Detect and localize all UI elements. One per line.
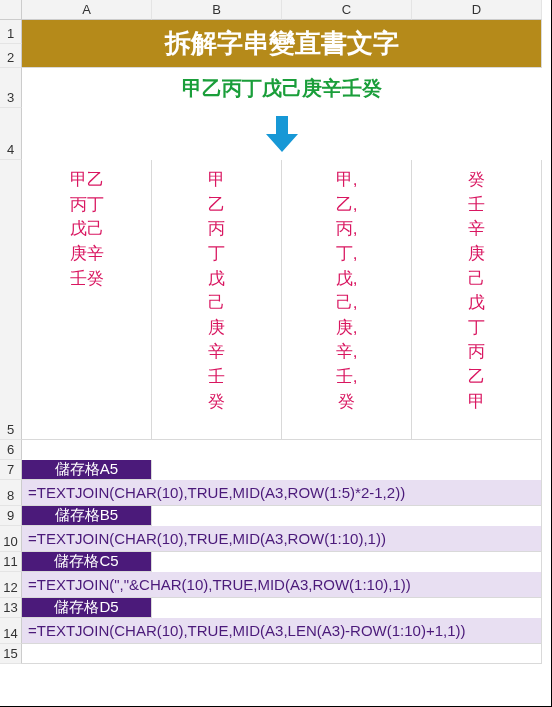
cell-C13[interactable] <box>282 598 412 618</box>
row-header-3[interactable]: 3 <box>0 68 22 108</box>
cell-B11[interactable] <box>152 552 282 572</box>
arrow-down-icon <box>262 114 302 154</box>
row-header-13[interactable]: 13 <box>0 598 22 618</box>
cell-D15[interactable] <box>412 644 542 664</box>
row-header-9[interactable]: 9 <box>0 506 22 526</box>
row-header-10[interactable]: 10 <box>0 526 22 552</box>
title-banner: 拆解字串變直書文字 <box>22 20 542 68</box>
cell-D9[interactable] <box>412 506 542 526</box>
cell-B7[interactable] <box>152 460 282 480</box>
cell-B6[interactable] <box>152 440 282 460</box>
cell-C5[interactable]: 甲, 乙, 丙, 丁, 戊, 己, 庚, 辛, 壬, 癸 <box>282 160 412 440</box>
row-header-7[interactable]: 7 <box>0 460 22 480</box>
label-D5[interactable]: 儲存格D5 <box>22 598 152 618</box>
cell-A15[interactable] <box>22 644 152 664</box>
row-header-12[interactable]: 12 <box>0 572 22 598</box>
cell-B13[interactable] <box>152 598 282 618</box>
col-header-B[interactable]: B <box>152 0 282 20</box>
formula-A5[interactable]: =TEXTJOIN(CHAR(10),TRUE,MID(A3,ROW(1:5)*… <box>22 480 542 506</box>
row-header-6[interactable]: 6 <box>0 440 22 460</box>
arrow-down-cell <box>22 108 542 160</box>
row-header-15[interactable]: 15 <box>0 644 22 664</box>
formula-D5[interactable]: =TEXTJOIN(CHAR(10),TRUE,MID(A3,LEN(A3)-R… <box>22 618 542 644</box>
cell-A5[interactable]: 甲乙 丙丁 戊己 庚辛 壬癸 <box>22 160 152 440</box>
cell-C7[interactable] <box>282 460 412 480</box>
label-B5[interactable]: 儲存格B5 <box>22 506 152 526</box>
label-C5[interactable]: 儲存格C5 <box>22 552 152 572</box>
cell-D5[interactable]: 癸 壬 辛 庚 己 戊 丁 丙 乙 甲 <box>412 160 542 440</box>
col-header-C[interactable]: C <box>282 0 412 20</box>
cell-C15[interactable] <box>282 644 412 664</box>
cell-C9[interactable] <box>282 506 412 526</box>
cell-B9[interactable] <box>152 506 282 526</box>
formula-C5[interactable]: =TEXTJOIN(","&CHAR(10),TRUE,MID(A3,ROW(1… <box>22 572 542 598</box>
col-header-D[interactable]: D <box>412 0 542 20</box>
row-header-11[interactable]: 11 <box>0 552 22 572</box>
cell-D6[interactable] <box>412 440 542 460</box>
cell-B5[interactable]: 甲 乙 丙 丁 戊 己 庚 辛 壬 癸 <box>152 160 282 440</box>
cell-C6[interactable] <box>282 440 412 460</box>
spreadsheet: A B C D 1 拆解字串變直書文字 2 3 甲乙丙丁戊己庚辛壬癸 4 5 甲… <box>0 0 552 707</box>
cell-D11[interactable] <box>412 552 542 572</box>
row-header-1[interactable]: 1 <box>0 20 22 44</box>
formula-B5[interactable]: =TEXTJOIN(CHAR(10),TRUE,MID(A3,ROW(1:10)… <box>22 526 542 552</box>
row-header-2[interactable]: 2 <box>0 44 22 68</box>
cell-D7[interactable] <box>412 460 542 480</box>
cell-A6[interactable] <box>22 440 152 460</box>
cell-B15[interactable] <box>152 644 282 664</box>
source-string-cell[interactable]: 甲乙丙丁戊己庚辛壬癸 <box>22 68 542 108</box>
row-header-4[interactable]: 4 <box>0 108 22 160</box>
row-header-8[interactable]: 8 <box>0 480 22 506</box>
cell-D13[interactable] <box>412 598 542 618</box>
row-header-14[interactable]: 14 <box>0 618 22 644</box>
row-header-5[interactable]: 5 <box>0 160 22 440</box>
label-A5[interactable]: 儲存格A5 <box>22 460 152 480</box>
cell-C11[interactable] <box>282 552 412 572</box>
select-all-corner[interactable] <box>0 0 22 20</box>
col-header-A[interactable]: A <box>22 0 152 20</box>
